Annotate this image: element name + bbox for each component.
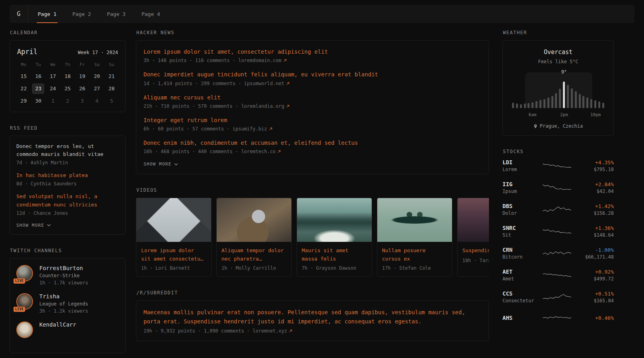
weather-hour-bar (571, 88, 573, 108)
hackernews-item-link[interactable]: Lorem ipsum dolor sit amet, consectetur … (144, 48, 481, 56)
video-card[interactable]: Nullam posuere cursus ex 17h · Stefan Co… (377, 198, 452, 277)
calendar-day: 15 (17, 71, 29, 82)
video-body: Mauris sit amet massa felis 7h · Grayson… (297, 242, 372, 276)
stock-symbol: CCS (502, 290, 540, 297)
weather-hour-bar (594, 100, 596, 108)
weather-hour-bar (567, 85, 569, 108)
live-badge: LIVE (14, 307, 25, 312)
calendar-day-header: Tu (31, 62, 46, 69)
tab-page-1[interactable]: Page 1 (38, 5, 56, 23)
calendar-day: 1 (47, 96, 59, 106)
rss-show-more-button[interactable]: SHOW MORE (16, 223, 51, 228)
calendar-day: 22 (17, 84, 29, 94)
video-card[interactable]: Mauris sit amet massa felis 7h · Grayson… (297, 198, 372, 277)
weather-hour-bar (559, 89, 561, 108)
rss-feed-widget: RSS FEED Donec tempor eros leo, ut commo… (10, 125, 126, 235)
video-thumbnail (297, 198, 372, 242)
rss-item-link[interactable]: In hac habitasse platea (16, 171, 119, 179)
calendar-card: April Week 17 · 2024 MoTuWeThFrSaSu15161… (10, 40, 126, 112)
weather-hour-bar (575, 91, 577, 108)
avatar-wrap: LIVE (16, 293, 34, 311)
channel-info: Trisha League of Legends 3h · 1.2k viewe… (39, 293, 88, 314)
weather-hour-bar (516, 103, 518, 108)
stock-row[interactable]: CCSConsectetur +0.51%$165.84 (502, 290, 614, 304)
weather-hour-bar (586, 97, 588, 108)
video-meta: 17h · Stefan Cole (382, 265, 447, 271)
live-badge: LIVE (14, 278, 25, 284)
hackernews-item-meta: 3h · 148 points · 116 comments · loremdo… (144, 58, 481, 63)
weather-hour-bar (528, 103, 530, 108)
weather-condition: Overcast (509, 49, 607, 56)
hackernews-item-link[interactable]: Donec enim nibh, condimentum et accumsan… (144, 139, 481, 147)
stock-name: Sit (502, 232, 540, 238)
video-title-link[interactable]: Aliquam tempor dolor nec pharetra… (221, 247, 287, 263)
hackernews-item-meta: 16h · 468 points · 440 comments · loremt… (144, 149, 481, 154)
channel-meta: 1h · 1.7k viewers (39, 280, 88, 286)
rss-item-link[interactable]: Sed volutpat nulla nisl, a condimentum n… (16, 193, 119, 208)
stock-row[interactable]: LDILorem +4.35%$795.18 (502, 159, 614, 172)
calendar-month: April (17, 48, 37, 56)
calendar-day: 29 (17, 96, 29, 106)
calendar-day: 20 (91, 71, 103, 82)
rss-item-link[interactable]: Donec tempor eros leo, ut commodo mauris… (16, 142, 119, 158)
video-thumbnail (377, 198, 452, 242)
twitch-channel[interactable]: KendallCarr (16, 321, 119, 339)
hackernews-card: Lorem ipsum dolor sit amet, consectetur … (136, 40, 489, 174)
calendar-day: 3 (76, 96, 88, 106)
rss-item: In hac habitasse platea 8d · Cynthia Sau… (16, 171, 119, 187)
stock-name: Lorem (502, 167, 540, 172)
twitch-channels-widget: TWITCH CHANNELS LIVE ForrestBurton Count… (10, 248, 126, 353)
calendar-week-year: Week 17 · 2024 (78, 50, 118, 55)
video-title-link[interactable]: Nullam posuere cursus ex (382, 247, 447, 263)
twitch-channel[interactable]: LIVE ForrestBurton Counter-Strike 1h · 1… (16, 265, 119, 286)
stock-symbol: IIG (502, 181, 540, 187)
calendar-day: 25 (62, 84, 74, 94)
stock-row[interactable]: AETAmet +0.92%$499.72 (502, 268, 614, 282)
meta-text: 19h · 9,932 points · 1,090 comments · lo… (144, 328, 287, 334)
weather-bars (511, 80, 605, 108)
calendar-day-header: We (46, 62, 60, 69)
stock-row[interactable]: SNRCSit +1.36%$148.64 (502, 225, 614, 238)
subreddit-post-link[interactable]: Maecenas mollis pulvinar erat non posuer… (144, 308, 481, 326)
stock-row[interactable]: CRNBitcorn -1.00%$66,171.48 (502, 247, 614, 260)
stock-sparkline (540, 182, 574, 193)
channel-name: Trisha (39, 293, 88, 300)
weather-location: Prague, Czechia (540, 123, 583, 129)
video-title-link[interactable]: Lorem ipsum dolor sit amet consectetu… (141, 247, 206, 263)
hackernews-show-more-button[interactable]: SHOW MORE (144, 161, 178, 167)
video-title-link[interactable]: Suspendisse diam (462, 247, 489, 255)
calendar-day: 28 (106, 84, 118, 94)
weather-hour-bar (539, 100, 541, 108)
hackernews-item-link[interactable]: Aliquam nec cursus elit (144, 93, 481, 101)
video-meta: 18h · Tara (462, 258, 489, 263)
stock-row[interactable]: DBSDolor +1.42%$156.28 (502, 203, 614, 216)
hackernews-item: Donec enim nibh, condimentum et accumsan… (144, 139, 481, 154)
stock-row[interactable]: AHS +0.46% (502, 312, 614, 323)
twitch-channel[interactable]: LIVE Trisha League of Legends 3h · 1.2k … (16, 293, 119, 314)
calendar-day: 5 (106, 96, 118, 106)
stock-row[interactable]: IIGIpsum +2.84%$42.04 (502, 181, 614, 194)
external-link-icon (269, 127, 272, 130)
hackernews-item-link[interactable]: Donec imperdiet augue tincidunt felis al… (144, 70, 481, 78)
rss-item-meta: 8d · Cynthia Saunders (16, 181, 119, 187)
external-link-icon (277, 150, 281, 153)
video-card[interactable]: Suspendisse diam 18h · Tara (457, 198, 489, 277)
calendar-day: 2 (62, 96, 74, 106)
tab-page-3[interactable]: Page 3 (107, 5, 126, 23)
tab-page-2[interactable]: Page 2 (72, 5, 91, 23)
tab-page-4[interactable]: Page 4 (142, 5, 160, 23)
page-tabs: Page 1 Page 2 Page 3 Page 4 (38, 5, 160, 23)
hackernews-item-link[interactable]: Integer eget rutrum lorem (144, 116, 481, 124)
stock-change: +4.35% (574, 160, 614, 165)
video-title-link[interactable]: Mauris sit amet massa felis (302, 247, 367, 263)
stock-symbol: CRN (502, 247, 540, 253)
calendar-widget: CALENDAR April Week 17 · 2024 MoTuWeThFr… (10, 30, 126, 112)
chevron-down-icon (174, 163, 178, 165)
calendar-day-header: Su (104, 62, 119, 69)
video-meta: 7h · Grayson Dawson (302, 265, 367, 271)
video-card[interactable]: Lorem ipsum dolor sit amet consectetu… 1… (136, 198, 211, 277)
app-logo[interactable]: G (10, 5, 28, 23)
video-card[interactable]: Aliquam tempor dolor nec pharetra… 1h · … (216, 198, 292, 277)
channel-name: ForrestBurton (39, 265, 88, 271)
rss-item: Sed volutpat nulla nisl, a condimentum n… (16, 193, 119, 216)
